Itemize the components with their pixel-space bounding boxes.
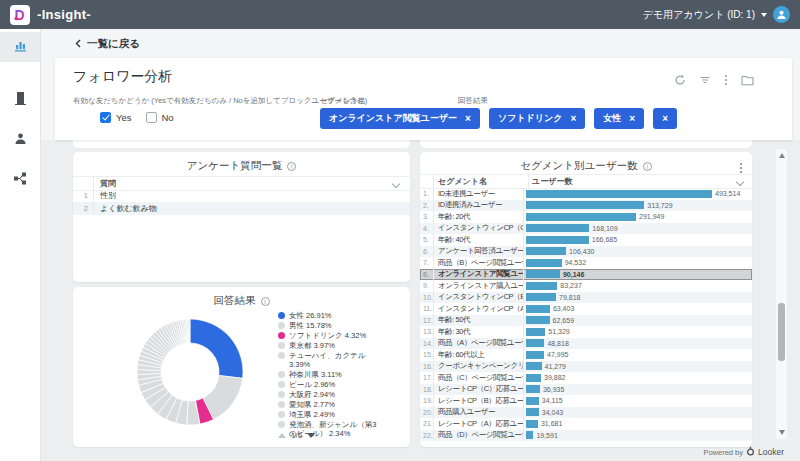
folder-icon[interactable] [741, 75, 754, 86]
segment-row[interactable]: 20.商品購入ユーザー34,043 [420, 407, 752, 419]
yes-checkbox[interactable] [100, 112, 111, 123]
segment-row[interactable]: 8.オンラインストア閲覧ユーザー90,146 [420, 269, 752, 281]
bar[interactable] [526, 224, 589, 232]
bar[interactable] [526, 270, 560, 278]
chip-close-icon[interactable]: × [629, 113, 635, 124]
filter-chip[interactable]: オンラインストア閲覧ユーザー× [320, 108, 480, 129]
bar[interactable] [526, 201, 644, 209]
segment-row[interactable]: 13.年齢: 30代51,329 [420, 326, 752, 338]
segment-row[interactable]: 2.ID連携済みユーザー313,729 [420, 200, 752, 212]
page-indicator: 1/5 [291, 431, 302, 440]
segment-row[interactable]: 12.年齢: 50代62,659 [420, 315, 752, 327]
scroll-down-icon[interactable] [779, 430, 785, 435]
segment-row[interactable]: 11.インスタントウィンCP（A）参加ユーザー63,403 [420, 303, 752, 315]
row-number: 15. [420, 351, 433, 358]
legend-item[interactable]: 大阪府 2.94% [278, 390, 378, 399]
donut-slice[interactable] [190, 319, 243, 378]
bar[interactable] [526, 213, 636, 221]
info-icon[interactable] [643, 162, 652, 171]
segment-row[interactable]: 7.商品（B）ページ閲覧ユーザー94,532 [420, 257, 752, 269]
bar[interactable] [526, 362, 542, 370]
refresh-icon[interactable] [674, 74, 686, 86]
segment-row[interactable]: 10.インスタントウィンCP（B）参加ユーザー79,818 [420, 292, 752, 304]
info-icon[interactable] [287, 162, 296, 171]
segment-row[interactable]: 5.年齢: 40代166,685 [420, 234, 752, 246]
filter-chip[interactable]: 女性× [594, 108, 644, 129]
segment-row[interactable]: 19.レシートCP（B）応募ユーザー34,115 [420, 395, 752, 407]
legend-item[interactable]: チューハイ、カクテル 3.39% [278, 351, 378, 369]
powered-by-looker[interactable]: Powered by Looker [703, 446, 784, 458]
row-number: 22. [420, 432, 433, 439]
page-down-icon[interactable] [307, 433, 315, 438]
bar[interactable] [526, 282, 557, 290]
legend-item[interactable]: ソフトドリンク 4.32% [278, 331, 378, 340]
row-number: 21. [420, 420, 433, 427]
chip-close-icon[interactable]: × [662, 113, 668, 124]
scrolled-panel-edge [73, 140, 410, 148]
bar[interactable] [526, 431, 533, 439]
bar[interactable] [526, 236, 589, 244]
filter-chip[interactable]: ソフトドリンク× [489, 108, 585, 129]
legend-item[interactable]: 神奈川県 3.11% [278, 370, 378, 379]
bar-cell: 168,109 [523, 223, 752, 235]
legend-dot [278, 322, 285, 329]
bar-chart-icon [13, 38, 28, 57]
legend-item[interactable]: ビール 2.96% [278, 380, 378, 389]
bar[interactable] [526, 420, 538, 428]
donut-slice[interactable] [189, 319, 190, 343]
page-up-icon[interactable] [278, 433, 286, 438]
filter-icon[interactable] [699, 74, 711, 86]
bar[interactable] [526, 316, 550, 324]
sidebar-item-users[interactable] [0, 125, 40, 155]
segment-row[interactable]: 9.オンラインストア購入ユーザー83,237 [420, 280, 752, 292]
filter-chip[interactable]: × [653, 108, 677, 129]
no-checkbox[interactable] [146, 112, 157, 123]
back-link[interactable]: 一覧に戻る [40, 29, 800, 59]
segment-row[interactable]: 4.インスタントウィンCP（C）参加ユーザー168,109 [420, 223, 752, 235]
app-brand[interactable]: D -Insight- [10, 5, 91, 25]
segment-row[interactable]: 3.年齢: 20代291,949 [420, 211, 752, 223]
segment-row[interactable]: 14.商品（A）ページ閲覧ユーザー48,818 [420, 338, 752, 350]
bar[interactable] [526, 259, 562, 267]
bar[interactable] [526, 190, 712, 198]
segment-name: インスタントウィンCP（A）参加ユーザー [433, 303, 523, 315]
bar[interactable] [526, 385, 540, 393]
sidebar-item-company[interactable] [0, 85, 40, 115]
legend-item[interactable]: 東京都 3.97% [278, 341, 378, 350]
scrollbar-thumb[interactable] [778, 303, 785, 361]
legend-item[interactable]: 女性 26.91% [278, 311, 378, 320]
legend-item[interactable]: 男性 15.78% [278, 321, 378, 330]
bar[interactable] [526, 397, 539, 405]
bar[interactable] [526, 351, 544, 359]
scroll-up-icon[interactable] [779, 153, 785, 158]
account-menu[interactable]: デモ用アカウント (ID: 1) [643, 6, 790, 23]
chip-close-icon[interactable]: × [465, 113, 471, 124]
segment-name: アンケート回答済ユーザー [433, 246, 523, 258]
legend-item[interactable]: 愛知県 2.77% [278, 400, 378, 409]
question-row[interactable]: 1性別 [73, 189, 410, 202]
chip-close-icon[interactable]: × [570, 113, 576, 124]
more-options-icon[interactable] [724, 74, 728, 86]
bar[interactable] [526, 374, 541, 382]
bar[interactable] [526, 408, 539, 416]
question-row[interactable]: 2よく飲む飲み物 [73, 202, 410, 215]
segment-row[interactable]: 6.アンケート回答済ユーザー106,430 [420, 246, 752, 258]
sidebar-item-segments[interactable] [0, 165, 40, 195]
segment-row[interactable]: 18.レシートCP（C）応募ユーザー36,935 [420, 384, 752, 396]
segment-row[interactable]: 16.クーポンキャンペーンクリックユーザー41,279 [420, 361, 752, 373]
bar[interactable] [526, 305, 550, 313]
bar[interactable] [526, 293, 556, 301]
segment-row[interactable]: 1.ID未連携ユーザー493,514 [420, 188, 752, 200]
sidebar-item-analytics[interactable] [0, 32, 40, 62]
segment-row[interactable]: 15.年齢: 60代以上47,995 [420, 349, 752, 361]
bar-value: 31,681 [541, 420, 562, 427]
info-icon[interactable] [261, 297, 270, 306]
segment-row[interactable]: 22.商品（D）ページ閲覧ユーザー19,591 [420, 430, 752, 442]
bar[interactable] [526, 328, 545, 336]
segment-row[interactable]: 17.商品（C）ページ閲覧ユーザー39,882 [420, 372, 752, 384]
legend-item[interactable]: 埼玉県 2.49% [278, 410, 378, 419]
bar[interactable] [526, 339, 544, 347]
vertical-scrollbar[interactable] [775, 148, 788, 440]
segment-row[interactable]: 21.レシートCP（A）応募ユーザー31,681 [420, 418, 752, 430]
bar[interactable] [526, 247, 566, 255]
